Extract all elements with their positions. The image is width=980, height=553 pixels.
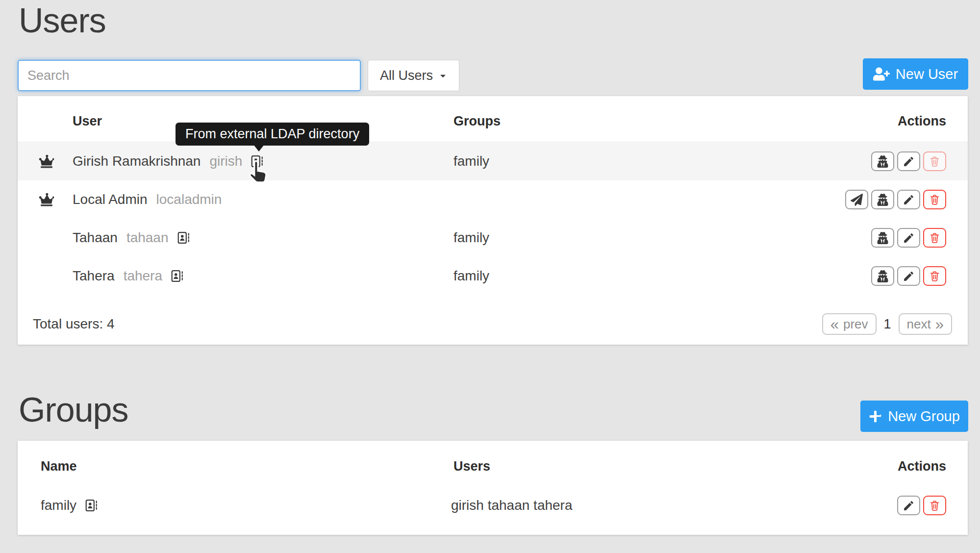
trash-icon [929, 155, 941, 168]
send-invite-button[interactable] [845, 190, 868, 209]
user-secret-icon [877, 270, 889, 282]
new-group-button[interactable]: New Group [860, 401, 968, 432]
search-input[interactable] [18, 60, 361, 91]
caret-down-icon [439, 72, 447, 80]
user-username: localadmin [156, 192, 222, 207]
prev-page-button[interactable]: « prev [822, 313, 877, 335]
groups-page-title: Groups [19, 390, 128, 429]
user-row-girish: Girish Ramakrishnan girish family [18, 142, 968, 180]
user-filter-dropdown[interactable]: All Users [368, 60, 459, 91]
total-users-label: Total users: 4 [33, 316, 115, 332]
delete-group-button[interactable] [923, 496, 946, 515]
user-row-localadmin: Local Admin localadmin [18, 180, 968, 219]
next-page-label: next [907, 317, 931, 332]
ldap-contact-icon[interactable] [84, 499, 98, 512]
double-chevron-right-icon: » [935, 317, 944, 332]
paper-plane-icon [851, 194, 863, 206]
current-page-number: 1 [884, 317, 891, 332]
column-header-name: Name [41, 459, 77, 474]
ldap-contact-icon[interactable] [176, 231, 190, 245]
delete-user-button[interactable] [923, 151, 946, 171]
user-row-tahaan: Tahaan tahaan family [18, 219, 968, 257]
user-display-name: Tahera [73, 268, 115, 284]
double-chevron-left-icon: « [830, 317, 839, 332]
user-plus-icon [873, 67, 890, 81]
groups-table-header: Name Users Actions [18, 441, 968, 487]
edit-user-button[interactable] [897, 228, 920, 248]
group-name: family [41, 498, 76, 513]
column-header-users: Users [453, 459, 490, 474]
column-header-actions: Actions [898, 114, 946, 129]
users-table: User Groups Actions Girish Ramakrishnan … [18, 96, 968, 345]
new-group-label: New Group [888, 408, 960, 425]
pencil-icon [903, 500, 915, 512]
impersonate-button[interactable] [871, 228, 894, 248]
column-header-actions: Actions [898, 459, 946, 474]
group-users-list: girish tahaan tahera [451, 498, 573, 513]
user-username: tahaan [126, 230, 169, 246]
delete-user-button[interactable] [923, 266, 946, 286]
user-display-name: Local Admin [73, 192, 148, 207]
user-secret-icon [877, 232, 889, 244]
admin-crown-icon [38, 154, 55, 168]
user-groups: family [453, 153, 489, 169]
user-groups: family [453, 268, 489, 284]
user-username: tahera [124, 268, 162, 284]
trash-icon [929, 270, 941, 282]
edit-group-button[interactable] [897, 496, 920, 515]
user-secret-icon [877, 155, 889, 168]
prev-page-label: prev [843, 317, 868, 332]
pagination: « prev 1 next » [822, 313, 952, 335]
users-page-title: Users [19, 1, 106, 40]
pencil-icon [903, 194, 915, 206]
group-row-family: family girish tahaan tahera [18, 489, 968, 522]
user-groups: family [453, 230, 489, 246]
trash-icon [929, 194, 941, 206]
pencil-icon [903, 232, 915, 244]
plus-icon [869, 410, 882, 423]
new-user-button[interactable]: New User [863, 58, 968, 90]
pencil-icon [903, 270, 915, 282]
user-username: girish [209, 153, 242, 169]
impersonate-button[interactable] [871, 190, 894, 209]
impersonate-button[interactable] [871, 151, 894, 171]
pencil-icon [903, 155, 915, 168]
ldap-contact-icon[interactable] [170, 269, 184, 283]
user-display-name: Girish Ramakrishnan [73, 153, 201, 169]
column-header-groups: Groups [453, 114, 501, 129]
edit-user-button[interactable] [897, 266, 920, 286]
user-display-name: Tahaan [73, 230, 118, 246]
edit-user-button[interactable] [897, 151, 920, 171]
delete-user-button[interactable] [923, 228, 946, 248]
next-page-button[interactable]: next » [899, 313, 952, 335]
new-user-label: New User [896, 66, 958, 82]
delete-user-button[interactable] [923, 190, 946, 209]
ldap-tooltip: From external LDAP directory [176, 123, 369, 146]
user-secret-icon [877, 194, 889, 206]
pointer-cursor-icon [246, 159, 271, 184]
user-filter-label: All Users [380, 68, 433, 83]
tooltip-arrow [253, 145, 264, 151]
trash-icon [929, 500, 941, 512]
column-header-user: User [73, 114, 102, 129]
trash-icon [929, 232, 941, 244]
groups-table: Name Users Actions family girish tahaan … [18, 441, 968, 535]
impersonate-button[interactable] [871, 266, 894, 286]
admin-crown-icon [38, 193, 55, 206]
edit-user-button[interactable] [897, 190, 920, 209]
users-table-header: User Groups Actions [18, 96, 968, 142]
user-row-tahera: Tahera tahera family [18, 257, 968, 295]
